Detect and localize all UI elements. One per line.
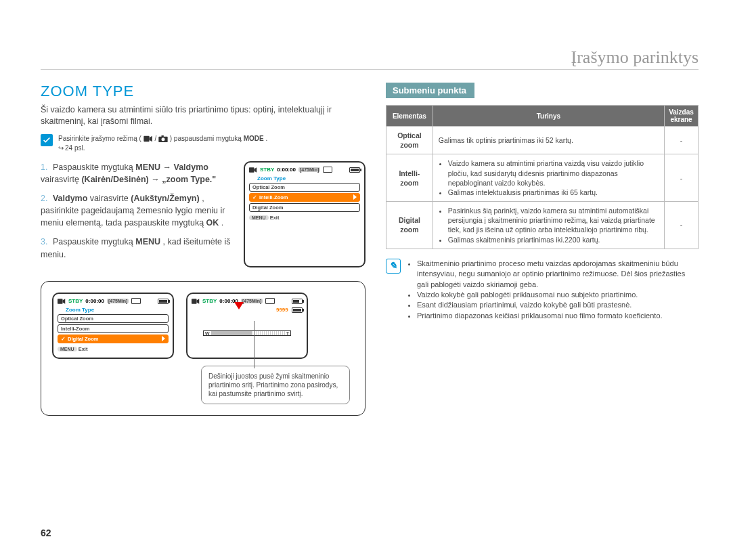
item-label: Intelli-Zoom bbox=[61, 326, 90, 332]
video-mode-icon bbox=[143, 135, 153, 142]
svg-rect-6 bbox=[192, 299, 197, 304]
svg-point-2 bbox=[161, 137, 164, 141]
callout-line bbox=[254, 321, 254, 368]
item-label: Digital Zoom bbox=[68, 336, 98, 342]
menu-item-intelli-selected[interactable]: ✓ Intelli-Zoom bbox=[249, 193, 360, 202]
s3-menu: MENU bbox=[135, 237, 160, 246]
cell-content: Galimas tik optinis priartinimas iki 52 … bbox=[433, 127, 664, 154]
battery-icon bbox=[292, 299, 303, 304]
svg-rect-5 bbox=[58, 299, 63, 304]
card-icon bbox=[265, 298, 275, 304]
chevron-right-icon bbox=[353, 194, 357, 200]
th-element: Elementas bbox=[386, 106, 433, 127]
precheck-d: . bbox=[265, 135, 267, 142]
photo-mode-icon bbox=[158, 135, 168, 142]
battery-icon bbox=[292, 307, 303, 313]
table-header-row: Elementas Turinys Vaizdas ekrane bbox=[386, 106, 699, 127]
menu-item-optical[interactable]: Optical Zoom bbox=[249, 183, 360, 192]
menu-title: Zoom Type bbox=[257, 175, 360, 181]
record-mode-icon bbox=[58, 298, 66, 305]
zoom-track: W T bbox=[203, 330, 291, 336]
svg-rect-3 bbox=[161, 135, 163, 137]
zoom-t-label: T bbox=[285, 331, 290, 335]
manual-page: Įrašymo parinktys ZOOM TYPE Ši vaizdo ka… bbox=[0, 0, 731, 560]
note-item: Priartinimo diapazonas keičiasi priklaus… bbox=[417, 311, 699, 321]
zoom-track-mid bbox=[211, 331, 285, 335]
steps-row: 1. Paspauskite mygtuką MENU → Valdymo va… bbox=[41, 161, 366, 267]
precheck-mode: MODE bbox=[244, 135, 264, 142]
table-row: Digital zoom Pasirinkus šią parinktį, va… bbox=[386, 202, 699, 249]
battery-icon bbox=[158, 299, 169, 304]
note-list: Skaitmeninio priartinimo proceso metu va… bbox=[406, 259, 699, 321]
menu-item-intelli[interactable]: Intelli-Zoom bbox=[58, 324, 169, 333]
chapter-title: Įrašymo parinktys bbox=[571, 47, 699, 68]
exit-label: Exit bbox=[270, 215, 280, 221]
step-1: 1. Paspauskite mygtuką MENU → Valdymo va… bbox=[41, 161, 237, 186]
photo-count-row: 9999 bbox=[192, 307, 303, 313]
record-mode-icon bbox=[192, 298, 200, 305]
cell-elem: Optical zoom bbox=[386, 127, 433, 154]
menu-item-digital[interactable]: Digital Zoom bbox=[249, 203, 360, 212]
camera-screen-top: STBY 0:00:00 [475Min] Zoom Type Optical … bbox=[244, 161, 366, 267]
checkmark-icon: ✓ bbox=[252, 194, 257, 200]
menu-chip[interactable]: MENU bbox=[58, 347, 77, 351]
menu-exit-row: MENU Exit bbox=[58, 346, 169, 352]
zoom-digital-segment bbox=[252, 331, 285, 335]
note-item: Skaitmeninio priartinimo proceso metu va… bbox=[417, 259, 699, 290]
camera-screen-zoom: STBY 0:00:00 [475Min] 9999 bbox=[186, 293, 308, 359]
column-left: ZOOM TYPE Ši vaizdo kamera su atmintimi … bbox=[41, 83, 366, 416]
cell-display: - bbox=[665, 154, 699, 202]
s1-arrow2: → bbox=[151, 175, 162, 184]
th-content: Turinys bbox=[433, 106, 664, 127]
screens-box: STBY 0:00:00 [475Min] Zoom Type Optical … bbox=[41, 281, 366, 416]
zoom-bar-area: W T bbox=[192, 313, 303, 353]
item-label: Intelli-Zoom bbox=[259, 194, 288, 200]
hook-arrow-icon: ↪ bbox=[58, 144, 64, 153]
step-number: 1. bbox=[41, 163, 47, 172]
remaining-time: [475Min] bbox=[241, 299, 263, 303]
card-icon bbox=[131, 298, 141, 304]
stby-label: STBY bbox=[202, 298, 217, 304]
s1-b: Valdymo bbox=[173, 163, 208, 172]
list-item: Galimas skaitmeninis priartinimas iki.22… bbox=[448, 235, 659, 244]
steps-text: 1. Paspauskite mygtuką MENU → Valdymo va… bbox=[41, 161, 237, 267]
zoom-optical-segment bbox=[211, 331, 252, 335]
menu-item-optical[interactable]: Optical Zoom bbox=[58, 314, 169, 323]
s2-a: Valdymo bbox=[53, 194, 90, 203]
battery-icon bbox=[349, 167, 360, 173]
cell-content: Vaizdo kamera su atmintimi priartina vai… bbox=[433, 154, 664, 202]
s1-c: vairasvirtę bbox=[41, 175, 81, 184]
note-item: Vaizdo kokybė gali pablogėti priklausoma… bbox=[417, 290, 699, 300]
check-icon bbox=[41, 134, 53, 146]
step-3: 3. Paspauskite mygtuką MENU , kad išeitu… bbox=[41, 236, 237, 260]
zoom-w-label: W bbox=[204, 331, 211, 335]
table-row: Optical zoom Galimas tik optinis priarti… bbox=[386, 127, 699, 154]
note-icon: ✎ bbox=[386, 259, 401, 274]
item-label: Optical Zoom bbox=[61, 316, 93, 322]
camera-screen-left: STBY 0:00:00 [475Min] Zoom Type Optical … bbox=[52, 293, 174, 359]
item-label: Digital Zoom bbox=[252, 204, 283, 211]
section-title: ZOOM TYPE bbox=[41, 83, 366, 100]
screens-row: STBY 0:00:00 [475Min] Zoom Type Optical … bbox=[52, 293, 354, 359]
zoom-caption: Dešinioji juostos pusė žymi skaitmeninio… bbox=[201, 366, 350, 404]
note-box: ✎ Skaitmeninio priartinimo proceso metu … bbox=[386, 259, 699, 321]
step-number: 2. bbox=[41, 194, 47, 203]
checkmark-icon: ✓ bbox=[61, 336, 66, 342]
table-row: Intelli-zoom Vaizdo kamera su atmintimi … bbox=[386, 154, 699, 202]
cell-content: Pasirinkus šią parinktį, vaizdo kamera s… bbox=[433, 202, 664, 249]
header-divider bbox=[41, 69, 699, 70]
remaining-time: [475Min] bbox=[298, 167, 320, 172]
s3-a: Paspauskite mygtuką bbox=[53, 237, 135, 246]
cam-statusbar: STBY 0:00:00 [475Min] bbox=[58, 298, 169, 305]
menu-item-digital-selected[interactable]: ✓ Digital Zoom bbox=[58, 335, 169, 343]
list-item: Galimas intelektualusis priartinimas iki… bbox=[448, 188, 659, 197]
s2-ok: OK bbox=[206, 218, 219, 228]
menu-items: Optical Zoom ✓ Intelli-Zoom Digital Zoom bbox=[249, 183, 360, 212]
s1-menu: MENU → bbox=[135, 163, 173, 172]
menu-chip[interactable]: MENU bbox=[249, 215, 269, 220]
cell-elem: Digital zoom bbox=[386, 202, 433, 249]
step-2: 2. Valdymo vairasvirte (Aukštyn/Žemyn) ,… bbox=[41, 192, 237, 229]
s2-c: (Aukštyn/Žemyn) bbox=[131, 194, 199, 203]
precheck-text: Pasirinkite įrašymo režimą ( / ) paspaus… bbox=[58, 134, 366, 153]
page-ref-text: 24 psl. bbox=[65, 144, 85, 153]
